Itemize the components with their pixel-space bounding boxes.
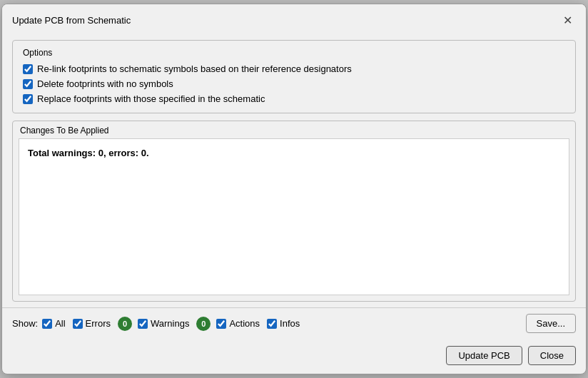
title-bar: Update PCB from Schematic ✕ <box>2 4 586 34</box>
show-all-label: All <box>55 318 65 329</box>
changes-summary: Total warnings: 0, errors: 0. <box>28 148 149 158</box>
show-warnings-label: Warnings <box>151 318 189 329</box>
option-delete-checkbox[interactable] <box>23 79 33 89</box>
show-warnings-item[interactable]: Warnings <box>138 318 189 329</box>
changes-label: Changes To Be Applied <box>13 121 575 138</box>
option-replace-row[interactable]: Replace footprints with those specified … <box>23 93 565 104</box>
show-all-item[interactable]: All <box>42 318 65 329</box>
show-all-checkbox[interactable] <box>42 319 52 329</box>
show-actions-item[interactable]: Actions <box>216 318 260 329</box>
dialog-title: Update PCB from Schematic <box>12 15 131 26</box>
show-errors-label: Errors <box>86 318 111 329</box>
show-errors-item[interactable]: Errors <box>73 318 111 329</box>
warnings-badge: 0 <box>196 317 211 331</box>
show-infos-item[interactable]: Infos <box>267 318 300 329</box>
close-button[interactable]: Close <box>528 346 576 365</box>
option-delete-label: Delete footprints with no symbols <box>37 78 173 89</box>
option-replace-checkbox[interactable] <box>23 94 33 104</box>
footer-bar: Update PCB Close <box>2 340 586 374</box>
show-label: Show: <box>12 318 38 329</box>
close-icon[interactable]: ✕ <box>559 11 576 29</box>
changes-group: Changes To Be Applied Total warnings: 0,… <box>12 121 576 302</box>
show-infos-checkbox[interactable] <box>267 319 277 329</box>
show-actions-checkbox[interactable] <box>216 319 226 329</box>
option-relink-label: Re-link footprints to schematic symbols … <box>37 63 352 74</box>
show-warnings-checkbox[interactable] <box>138 319 148 329</box>
update-pcb-dialog: Update PCB from Schematic ✕ Options Re-l… <box>1 4 587 374</box>
show-infos-label: Infos <box>280 318 300 329</box>
option-replace-label: Replace footprints with those specified … <box>37 93 265 104</box>
option-delete-row[interactable]: Delete footprints with no symbols <box>23 78 565 89</box>
show-bar: Show: All Errors 0 Warnings 0 Actions In… <box>2 307 586 340</box>
show-errors-checkbox[interactable] <box>73 319 83 329</box>
bottom-actions: Save... <box>526 314 576 333</box>
errors-badge: 0 <box>118 317 132 331</box>
changes-content: Total warnings: 0, errors: 0. <box>19 138 569 295</box>
save-button[interactable]: Save... <box>526 314 576 333</box>
options-label: Options <box>23 48 565 58</box>
show-actions-label: Actions <box>229 318 260 329</box>
dialog-content: Options Re-link footprints to schematic … <box>2 34 586 307</box>
options-group: Options Re-link footprints to schematic … <box>12 40 576 113</box>
option-relink-row[interactable]: Re-link footprints to schematic symbols … <box>23 63 565 74</box>
option-relink-checkbox[interactable] <box>23 64 33 74</box>
update-pcb-button[interactable]: Update PCB <box>446 346 522 365</box>
